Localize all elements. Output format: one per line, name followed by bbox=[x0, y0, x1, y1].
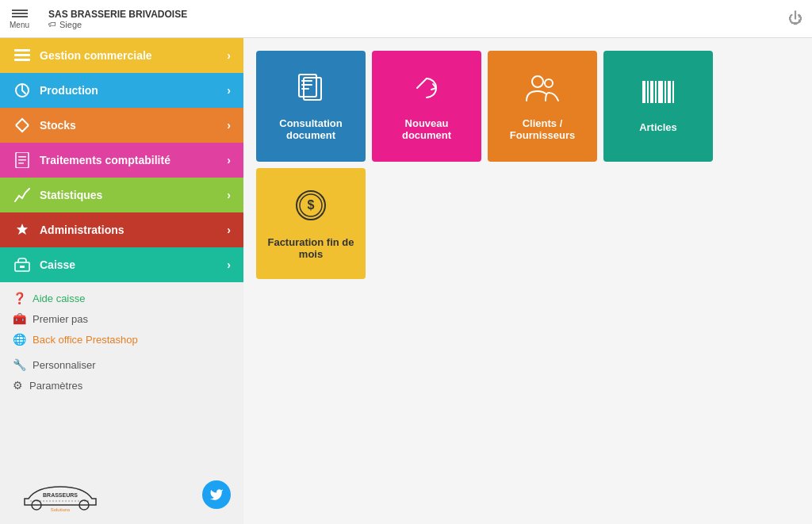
svg-rect-17 bbox=[301, 80, 312, 82]
svg-rect-5 bbox=[18, 156, 26, 158]
chevron-icon: › bbox=[227, 119, 231, 132]
tile-consultation-label: Consultation document bbox=[266, 117, 356, 141]
sidebar-statistiques-label: Statistiques bbox=[40, 189, 227, 201]
sidebar-item-traitements[interactable]: Traitements comptabilité › bbox=[0, 143, 243, 178]
aide-caisse-label: Aide caisse bbox=[33, 293, 85, 304]
branch-name: Siege bbox=[48, 20, 187, 29]
sidebar-bottom: BRASSEURS Solutions bbox=[0, 465, 243, 524]
svg-rect-25 bbox=[655, 81, 657, 103]
sidebar-footer: ❓ Aide caisse 🧰 Premier pas 🌐 Back offic… bbox=[0, 282, 243, 401]
production-icon bbox=[13, 82, 32, 98]
svg-text:$: $ bbox=[308, 198, 315, 212]
sidebar-item-administrations[interactable]: Administrations › bbox=[0, 212, 243, 247]
administrations-icon bbox=[13, 222, 32, 238]
tile-clients[interactable]: Clients / Fournisseurs bbox=[488, 51, 597, 162]
suitcase-icon: 🧰 bbox=[13, 312, 26, 325]
consultation-icon bbox=[295, 72, 327, 111]
personnaliser-link[interactable]: 🔧 Personnaliser bbox=[13, 358, 231, 371]
sidebar-item-statistiques[interactable]: Statistiques › bbox=[0, 178, 243, 212]
svg-rect-19 bbox=[301, 88, 309, 90]
parametres-link[interactable]: ⚙ Paramètres bbox=[13, 379, 231, 392]
facturation-icon: $ bbox=[293, 188, 328, 230]
tile-articles[interactable]: Articles bbox=[603, 51, 713, 162]
svg-rect-18 bbox=[301, 84, 312, 86]
premier-pas-label: Premier pas bbox=[33, 313, 88, 325]
nouveau-icon bbox=[411, 72, 442, 111]
chevron-icon: › bbox=[227, 189, 231, 201]
tile-facturation[interactable]: $ Facturation fin de mois bbox=[256, 168, 366, 279]
logo-area: BRASSEURS Solutions bbox=[13, 475, 108, 514]
traitements-icon bbox=[13, 152, 32, 168]
main-content: Consultation document Nouveau document bbox=[243, 38, 812, 524]
tile-nouveau[interactable]: Nouveau document bbox=[372, 51, 481, 162]
brand-name: SAS BRASSERIE BRIVADOISE bbox=[48, 9, 187, 20]
tiles-row: Consultation document Nouveau document bbox=[256, 51, 799, 279]
sidebar-stocks-label: Stocks bbox=[40, 119, 227, 132]
header: Menu SAS BRASSERIE BRIVADOISE Siege ⏻ bbox=[0, 0, 812, 38]
sidebar: Gestion commerciale › Production › Stock… bbox=[0, 38, 243, 524]
sidebar-item-caisse[interactable]: Caisse › bbox=[0, 247, 243, 282]
power-icon[interactable]: ⏻ bbox=[788, 10, 802, 27]
chevron-icon: › bbox=[227, 258, 231, 271]
sidebar-traitements-label: Traitements comptabilité bbox=[40, 154, 227, 166]
sidebar-item-production[interactable]: Production › bbox=[0, 73, 243, 108]
svg-rect-24 bbox=[650, 81, 653, 103]
svg-rect-7 bbox=[18, 163, 24, 164]
aide-caisse-link[interactable]: ❓ Aide caisse bbox=[13, 292, 231, 304]
svg-rect-2 bbox=[14, 59, 30, 61]
gestion-icon bbox=[13, 49, 32, 62]
svg-rect-0 bbox=[14, 49, 30, 52]
svg-rect-1 bbox=[14, 54, 30, 56]
tile-nouveau-label: Nouveau document bbox=[381, 117, 472, 141]
svg-rect-27 bbox=[665, 81, 666, 103]
svg-rect-26 bbox=[658, 81, 663, 103]
statistiques-icon bbox=[13, 188, 32, 202]
chevron-icon: › bbox=[227, 224, 231, 236]
chevron-icon: › bbox=[227, 84, 231, 97]
svg-rect-29 bbox=[672, 81, 674, 103]
articles-icon bbox=[641, 79, 676, 115]
tile-consultation[interactable]: Consultation document bbox=[256, 51, 366, 162]
parametres-label: Paramètres bbox=[29, 380, 82, 392]
twitter-button[interactable] bbox=[202, 480, 231, 509]
svg-rect-22 bbox=[642, 81, 645, 103]
svg-rect-9 bbox=[20, 266, 25, 268]
sidebar-administrations-label: Administrations bbox=[40, 224, 227, 236]
premier-pas-link[interactable]: 🧰 Premier pas bbox=[13, 312, 231, 325]
svg-text:Solutions: Solutions bbox=[51, 507, 71, 512]
sidebar-caisse-label: Caisse bbox=[40, 258, 227, 271]
gear-icon: ⚙ bbox=[13, 379, 23, 392]
sidebar-item-gestion[interactable]: Gestion commerciale › bbox=[0, 38, 243, 73]
question-icon: ❓ bbox=[13, 292, 26, 304]
sidebar-gestion-label: Gestion commerciale bbox=[40, 49, 227, 62]
chevron-icon: › bbox=[227, 49, 231, 62]
sidebar-production-label: Production bbox=[40, 84, 227, 97]
tile-facturation-label: Facturation fin de mois bbox=[266, 236, 356, 260]
svg-point-21 bbox=[545, 79, 553, 87]
stocks-icon bbox=[13, 117, 32, 133]
backoffice-label: Back office Prestashop bbox=[33, 334, 138, 346]
hamburger-icon bbox=[12, 8, 28, 19]
brasseurs-logo: BRASSEURS Solutions bbox=[13, 475, 108, 514]
caisse-icon bbox=[13, 258, 32, 272]
clients-icon bbox=[525, 72, 560, 111]
sidebar-item-stocks[interactable]: Stocks › bbox=[0, 108, 243, 143]
svg-text:BRASSEURS: BRASSEURS bbox=[43, 492, 78, 498]
svg-point-20 bbox=[532, 76, 543, 87]
svg-rect-6 bbox=[18, 159, 26, 161]
wrench-icon: 🔧 bbox=[13, 358, 26, 371]
svg-rect-28 bbox=[668, 81, 671, 103]
globe-icon: 🌐 bbox=[13, 333, 26, 346]
main-layout: Gestion commerciale › Production › Stock… bbox=[0, 38, 812, 524]
brand-info: SAS BRASSERIE BRIVADOISE Siege bbox=[48, 9, 187, 29]
menu-label: Menu bbox=[10, 21, 29, 29]
menu-button[interactable]: Menu bbox=[10, 8, 29, 29]
tile-clients-label: Clients / Fournisseurs bbox=[497, 117, 588, 141]
backoffice-link[interactable]: 🌐 Back office Prestashop bbox=[13, 333, 231, 346]
tile-articles-label: Articles bbox=[639, 121, 677, 133]
personnaliser-label: Personnaliser bbox=[33, 359, 96, 371]
chevron-icon: › bbox=[227, 154, 231, 166]
svg-rect-23 bbox=[647, 81, 649, 103]
